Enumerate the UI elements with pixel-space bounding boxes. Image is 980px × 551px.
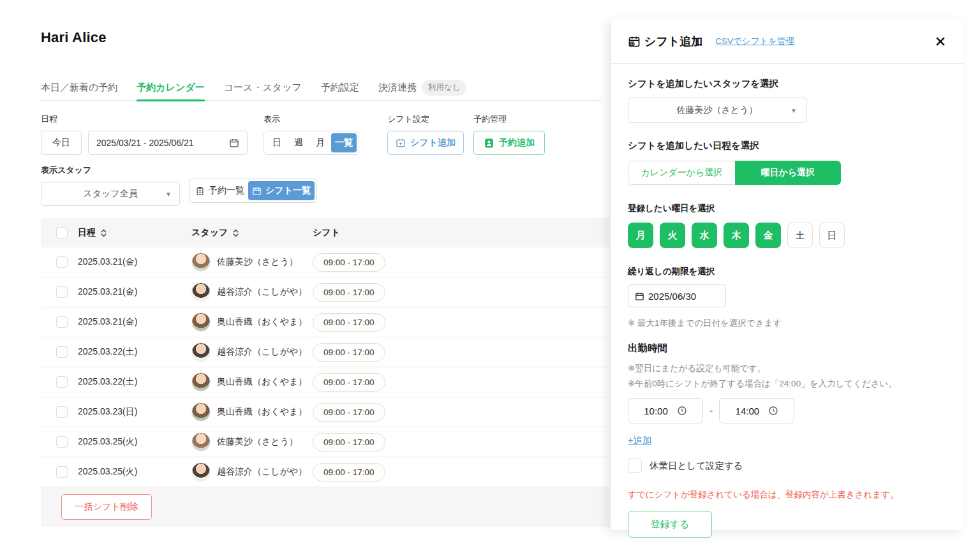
date-filter-group: 日程 今日 2025/03/21 - 2025/06/21 — [41, 114, 248, 155]
staff-dropdown[interactable]: スタッフ全員 ▼ — [41, 182, 180, 206]
table-row: 2025.03.23(日) 奥山香織（おくやま） 09:00 - 17:00 — [41, 397, 609, 427]
panel-body: シフトを追加したいスタッフを選択 佐藤美沙（さとう） ▼ シフトを追加したい日程… — [611, 64, 963, 538]
page-title: Hari Alice — [41, 29, 107, 46]
view-option-day[interactable]: 日 — [266, 133, 288, 152]
staff-filter-label: 表示スタッフ — [41, 165, 180, 176]
avatar — [191, 432, 211, 452]
weekday-sat[interactable]: 土 — [787, 223, 813, 248]
shift-time-pill: 09:00 - 17:00 — [313, 343, 385, 362]
main-content: Hari Alice 本日／新着の予約 予約カレンダー コース・スタッフ 予約設… — [0, 0, 611, 551]
select-all-checkbox[interactable] — [56, 227, 68, 239]
shift-time-pill: 09:00 - 17:00 — [313, 283, 385, 302]
sort-icon[interactable] — [101, 229, 107, 237]
weekday-selector: 月 火 水 木 金 土 日 — [628, 223, 947, 248]
staff-name: 佐藤美沙（さとう） — [217, 436, 298, 448]
row-checkbox[interactable] — [56, 406, 68, 418]
row-checkbox[interactable] — [56, 316, 68, 328]
panel-header: シフト追加 CSVでシフトを管理 — [611, 19, 963, 64]
view-option-month[interactable]: 月 — [309, 133, 331, 152]
staff-name: 奥山香織（おくやま） — [217, 376, 307, 388]
booking-add-button[interactable]: 予約追加 — [473, 131, 545, 155]
row-checkbox[interactable] — [56, 256, 68, 268]
today-button[interactable]: 今日 — [41, 131, 82, 155]
avatar — [191, 372, 211, 392]
row-checkbox[interactable] — [56, 286, 68, 298]
tab-booking-calendar[interactable]: 予約カレンダー — [137, 75, 204, 101]
clock-icon — [768, 406, 778, 416]
tab-courses-staff[interactable]: コース・スタッフ — [224, 75, 302, 101]
submit-button[interactable]: 登録する — [628, 511, 712, 538]
row-checkbox[interactable] — [56, 436, 68, 448]
weekday-sun[interactable]: 日 — [819, 223, 845, 248]
row-checkbox[interactable] — [56, 466, 68, 478]
table-row: 2025.03.21(金) 奥山香織（おくやま） 09:00 - 17:00 — [41, 307, 609, 337]
sort-icon[interactable] — [233, 229, 239, 237]
list-segmented-control: 予約一覧 シフト一覧 — [189, 179, 317, 203]
shift-setting-label: シフト設定 — [387, 114, 464, 125]
avatar — [191, 342, 211, 362]
table-row: 2025.03.22(土) 越谷涼介（こしがや） 09:00 - 17:00 — [41, 337, 609, 367]
col-header-date: 日程 — [78, 227, 96, 239]
calendar-icon — [252, 186, 262, 196]
row-date: 2025.03.21(金) — [78, 256, 191, 268]
staff-name: 越谷涼介（こしがや） — [217, 286, 307, 298]
holiday-checkbox[interactable] — [628, 459, 642, 473]
mode-weekday-button[interactable]: 曜日から選択 — [735, 161, 842, 185]
row-date: 2025.03.25(火) — [78, 466, 191, 478]
weekday-fri[interactable]: 金 — [755, 223, 781, 248]
table-row: 2025.03.25(火) 越谷涼介（こしがや） 09:00 - 17:00 — [41, 457, 609, 487]
tab-bar: 本日／新着の予約 予約カレンダー コース・スタッフ 予約設定 決済連携 利用なし — [41, 75, 601, 101]
shift-add-panel: シフト追加 CSVでシフトを管理 シフトを追加したいスタッフを選択 佐藤美沙（さ… — [611, 19, 963, 530]
weekday-thu[interactable]: 木 — [724, 223, 749, 248]
tab-booking-settings[interactable]: 予約設定 — [321, 75, 359, 101]
end-time-input[interactable]: 14:00 — [719, 398, 794, 423]
booking-list-toggle[interactable]: 予約一覧 — [191, 181, 248, 200]
shift-time-pill: 09:00 - 17:00 — [313, 403, 385, 422]
row-date: 2025.03.22(土) — [78, 346, 191, 358]
panel-title: シフト追加 — [644, 34, 702, 49]
avatar — [191, 402, 211, 422]
add-time-slot-link[interactable]: +追加 — [628, 434, 651, 446]
time-separator: - — [709, 405, 713, 416]
shift-list-toggle[interactable]: シフト一覧 — [248, 181, 315, 200]
mode-calendar-button[interactable]: カレンダーから選択 — [628, 161, 735, 185]
staff-name: 越谷涼介（こしがや） — [217, 346, 307, 358]
csv-manage-link[interactable]: CSVでシフトを管理 — [715, 36, 794, 47]
tab-today-new-bookings[interactable]: 本日／新着の予約 — [41, 75, 117, 101]
table-row: 2025.03.21(金) 佐藤美沙（さとう） 09:00 - 17:00 — [41, 247, 609, 277]
not-in-use-badge: 利用なし — [422, 80, 467, 96]
start-time-input[interactable]: 10:00 — [628, 398, 703, 423]
panel-staff-dropdown[interactable]: 佐藤美沙（さとう） ▼ — [628, 98, 806, 123]
view-option-list[interactable]: 一覧 — [331, 133, 357, 152]
chevron-down-icon: ▼ — [791, 107, 797, 114]
table-header: 日程 スタッフ シフト — [41, 218, 609, 247]
tab-payment-link[interactable]: 決済連携 利用なし — [378, 75, 467, 101]
close-icon[interactable] — [934, 35, 947, 48]
row-checkbox[interactable] — [56, 376, 68, 388]
row-date: 2025.03.23(日) — [78, 406, 191, 418]
calendar-icon — [635, 291, 644, 301]
list-toggle-group: 予約一覧 シフト一覧 — [189, 179, 317, 203]
repeat-until-input[interactable]: 2025/06/30 — [628, 284, 726, 307]
col-header-shift: シフト — [313, 227, 609, 239]
weekday-wed[interactable]: 水 — [692, 223, 717, 248]
date-range-input[interactable]: 2025/03/21 - 2025/06/21 — [88, 131, 248, 155]
row-date: 2025.03.25(火) — [78, 436, 191, 448]
shift-add-button[interactable]: シフト追加 — [387, 131, 464, 155]
weekday-tue[interactable]: 火 — [660, 223, 685, 248]
shift-time-pill: 09:00 - 17:00 — [313, 253, 385, 272]
staff-name: 佐藤美沙（さとう） — [217, 256, 298, 268]
calendar-plus-icon — [628, 35, 641, 48]
table-row: 2025.03.22(土) 奥山香織（おくやま） 09:00 - 17:00 — [41, 367, 609, 397]
table-row: 2025.03.25(火) 佐藤美沙（さとう） 09:00 - 17:00 — [41, 427, 609, 457]
clipboard-icon — [195, 186, 205, 196]
row-checkbox[interactable] — [56, 346, 68, 358]
avatar — [191, 283, 211, 302]
view-option-week[interactable]: 週 — [288, 133, 309, 152]
table-row: 2025.03.21(金) 越谷涼介（こしがや） 09:00 - 17:00 — [41, 277, 609, 307]
holiday-row: 休業日として設定する — [628, 459, 947, 473]
bulk-shift-delete-button[interactable]: 一括シフト削除 — [61, 494, 152, 520]
repeat-until-label: 繰り返しの期限を選択 — [628, 266, 947, 277]
chevron-down-icon: ▼ — [165, 191, 172, 198]
weekday-mon[interactable]: 月 — [628, 223, 653, 248]
